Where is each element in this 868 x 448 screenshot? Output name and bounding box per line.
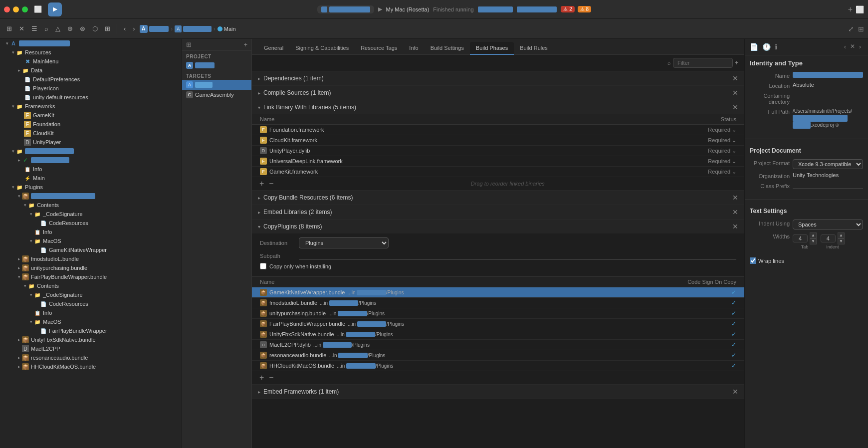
sidebar-item-resources[interactable]: ▾ 📁 Resources <box>0 48 182 57</box>
phase-compile-header[interactable]: ▸ Compile Sources (1 item) ✕ <box>252 86 744 100</box>
breadcrumb-file[interactable]: A Blurred file <box>175 25 212 32</box>
sidebar-item-plugins[interactable]: ▾ 📁 Plugins <box>0 183 182 192</box>
sidebar-item-data[interactable]: ▸ 📁 Data <box>0 66 182 75</box>
sidebar-item-fairplay-wrapper[interactable]: 📄 FairPlayBundleWrapper <box>0 326 182 335</box>
toolbar-link-icon[interactable]: ⬡ <box>90 23 100 34</box>
sidebar-item-codesig-2[interactable]: ▾ 📁 _CodeSignature <box>0 290 182 299</box>
sidebar-item-playericon[interactable]: 📄 PlayerIcon <box>0 84 182 93</box>
view-toggle-icon[interactable]: ⊞ <box>858 25 864 33</box>
nav-forward-button[interactable]: › <box>130 23 137 34</box>
sidebar-item-contents-1[interactable]: ▾ 📁 Contents <box>0 201 182 210</box>
rp-tab-val-input[interactable] <box>793 234 808 242</box>
lib-row-gamekit[interactable]: F GameKit.framework Required ⌄ <box>252 167 744 177</box>
add-tab-button[interactable]: + <box>848 5 853 14</box>
sidebar-item-frameworks[interactable]: ▾ 📁 Frameworks <box>0 102 182 111</box>
sidebar-item-fairplay[interactable]: ▾ 📦 FairPlayBundleWrapper.bundle <box>0 272 182 281</box>
rp-indent-increment[interactable]: ▲ <box>838 232 845 238</box>
lib-row-cloudkit[interactable]: F CloudKit.framework Required ⌄ <box>252 135 744 146</box>
sidebar-item-cloudkit[interactable]: F CloudKit <box>0 129 182 138</box>
run-button[interactable]: ▶ <box>48 2 62 16</box>
phase-link-header[interactable]: ▾ Link Binary With Libraries (5 items) ✕ <box>252 100 744 114</box>
toolbar-warning-icon[interactable]: △ <box>53 23 63 34</box>
toolbar-hierarchy-icon[interactable]: ⊞ <box>102 23 113 34</box>
tab-resource-tags[interactable]: Resource Tags <box>355 42 403 55</box>
sidebar-item-coderesources-1[interactable]: 📄 CodeResources <box>0 219 182 227</box>
toolbar-xmark-icon[interactable]: ✕ <box>16 23 27 34</box>
sidebar-item-macos-2[interactable]: ▾ 📁 MacOS <box>0 317 182 326</box>
cb-close-button[interactable]: ✕ <box>732 194 738 202</box>
path-reveal-icon[interactable]: ⊕ <box>835 122 839 128</box>
minimize-button[interactable] <box>13 6 19 12</box>
plugin-row-unityfbx[interactable]: 📦 UnityFbxSdkNative.bundle ...in Blurred… <box>252 329 744 340</box>
subpath-input[interactable] <box>299 251 736 260</box>
toolbar-search-icon[interactable]: ⌕ <box>42 23 51 34</box>
maximize-button[interactable] <box>22 6 28 12</box>
phase-dependencies-header[interactable]: ▸ Dependencies (1 item) ✕ <box>252 71 744 85</box>
tab-build-rules[interactable]: Build Rules <box>514 42 554 55</box>
proj-target-main[interactable]: A Target <box>182 80 251 90</box>
nav-back-button[interactable]: ‹ <box>121 23 128 34</box>
rp-prev-button[interactable]: ‹ <box>842 43 848 51</box>
tab-build-settings[interactable]: Build Settings <box>425 42 470 55</box>
sidebar-item-coderesources-2[interactable]: 📄 CodeResources <box>0 299 182 308</box>
cp-close-button[interactable]: ✕ <box>732 223 738 230</box>
sidebar-item-unitypurch[interactable]: ▸ 📦 unitypurchasing.bundle <box>0 263 182 272</box>
sidebar-item-macil2cpp[interactable]: D MacIL2CPP <box>0 344 182 353</box>
proj-target-gameassembly[interactable]: G GameAssembly <box>182 90 251 100</box>
rp-info-icon[interactable]: ℹ <box>775 43 777 51</box>
sidebar-item-foundation[interactable]: F Foundation <box>0 120 182 129</box>
proj-item-root[interactable]: A Blurred <box>182 60 251 70</box>
tab-build-phases[interactable]: Build Phases <box>470 42 514 55</box>
sidebar-item-sources[interactable]: ▸ ✓ Blurred sources <box>0 156 182 165</box>
rp-projformat-select[interactable]: Xcode 9.3-compatible <box>793 159 863 169</box>
dep-close-button[interactable]: ✕ <box>732 74 738 82</box>
rp-indent-select[interactable]: Spaces <box>793 220 863 229</box>
ef-close-button[interactable]: ✕ <box>732 388 738 396</box>
fullscreen-button[interactable]: ⬜ <box>856 5 864 13</box>
breadcrumb-main[interactable]: Main <box>217 26 236 32</box>
sidebar-item-hhcloud[interactable]: ▸ 📦 HHCloudKitMacOS.bundle <box>0 362 182 371</box>
sidebar-item-target-group[interactable]: ▾ 📁 Blurred target group <box>0 147 182 156</box>
sidebar-item-fmod[interactable]: ▸ 📦 fmodstudioL.bundle <box>0 254 182 263</box>
rp-file-icon[interactable]: 📄 <box>750 43 758 51</box>
tab-signing[interactable]: Signing & Capabilities <box>289 42 355 55</box>
plugin-row-hhcloud[interactable]: 📦 HHCloudKitMacOS.bundle ...in Blurred p… <box>252 361 744 371</box>
sidebar-item-codesig-1[interactable]: ▾ 📁 _CodeSignature <box>0 210 182 219</box>
phase-embed-fw-header[interactable]: ▸ Embed Frameworks (1 item) ✕ <box>252 385 744 399</box>
panel-sidebar-toggle[interactable]: ⊞ <box>186 41 192 48</box>
sidebar-item-resonance[interactable]: ▸ 📦 resonanceaudio.bundle <box>0 353 182 362</box>
rp-classprefix-input[interactable] <box>793 182 863 189</box>
sidebar-project-item[interactable]: ▾ A Blurred project name <box>0 39 182 48</box>
sidebar-item-unity-resources[interactable]: 📄 unity default resources <box>0 93 182 102</box>
copy-only-checkbox[interactable] <box>260 263 266 269</box>
el-close-button[interactable]: ✕ <box>732 208 738 216</box>
phase-embed-lib-header[interactable]: ▸ Embed Libraries (2 items) ✕ <box>252 205 744 219</box>
phase-copy-plugins-header[interactable]: ▾ CopyPlugins (8 items) ✕ <box>252 220 744 233</box>
plugins-add-button[interactable]: + <box>258 373 265 382</box>
sidebar-item-info-3[interactable]: 📋 Info <box>0 308 182 317</box>
sidebar-item-info-1[interactable]: 📋 Info <box>0 165 182 174</box>
scheme-selector[interactable]: Blurred scheme <box>317 5 374 13</box>
rp-wrap-lines-checkbox[interactable] <box>750 257 756 264</box>
filter-input[interactable] <box>673 58 733 68</box>
rp-clock-icon[interactable]: 🕐 <box>762 43 771 51</box>
rp-tab-increment[interactable]: ▲ <box>810 232 817 238</box>
sidebar-item-gamekit-wrapper[interactable]: 📄 GameKitNativeWrapper <box>0 245 182 254</box>
sidebar-item-main[interactable]: ⚡ Main <box>0 174 182 183</box>
rp-indent-val-input[interactable] <box>821 234 836 242</box>
link-add-button[interactable]: + <box>258 179 265 188</box>
sidebar-item-plugin-folder[interactable]: ▾ 📦 Blurred plugin folder name <box>0 192 182 201</box>
panel-add-button[interactable]: + <box>243 41 247 48</box>
rp-close-icon[interactable]: ✕ <box>850 43 855 51</box>
sidebar-item-mainmenu[interactable]: ✖ MainMenu <box>0 57 182 66</box>
close-button[interactable] <box>4 6 10 12</box>
plugin-row-resonance[interactable]: 📦 resonanceaudio.bundle ...in Blurred pa… <box>252 350 744 361</box>
toolbar-list-icon[interactable]: ☰ <box>29 23 40 34</box>
tab-general[interactable]: General <box>258 42 289 55</box>
lib-row-foundation[interactable]: F Foundation.framework Required ⌄ <box>252 125 744 135</box>
sidebar-item-defaultprefs[interactable]: 📄 DefaultPreferences <box>0 75 182 84</box>
link-remove-button[interactable]: − <box>267 179 275 188</box>
destination-select[interactable]: Plugins <box>299 237 389 248</box>
rp-tab-decrement[interactable]: ▼ <box>810 238 817 244</box>
plugins-remove-button[interactable]: − <box>267 373 275 382</box>
